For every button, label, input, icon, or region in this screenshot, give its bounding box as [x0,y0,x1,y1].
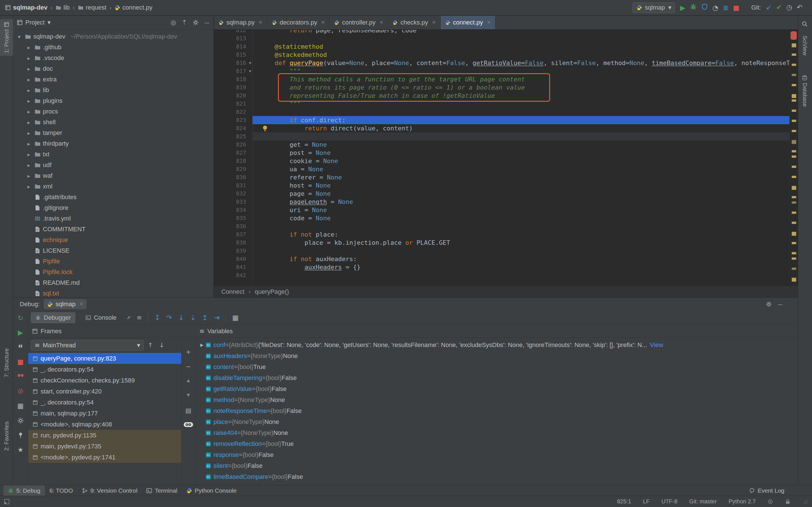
chevron-icon[interactable]: ▸ [26,109,32,115]
chevron-icon[interactable]: ▸ [26,98,32,104]
chevron-down-icon[interactable]: ▾ [47,19,50,25]
variable-row[interactable]: 01method = {NoneType} None [195,394,798,405]
stop-icon[interactable]: ■ [733,4,740,11]
breakpoints-icon[interactable]: ●● [17,373,24,377]
show-execution-point-icon[interactable]: ↧ [154,314,160,321]
tool-window-button[interactable]: Terminal [142,485,182,496]
profiler-icon[interactable]: ◔ [712,4,718,11]
editor-tab[interactable]: connect.py✕ [441,16,496,29]
variable-row[interactable]: 01response = {bool} False [195,449,798,460]
line-separator[interactable]: LF [643,498,650,505]
code-line[interactable]: """ [260,100,301,108]
tool-window-button[interactable]: 5: Debug [3,485,45,496]
tree-item[interactable]: ▸plugins [13,96,213,106]
view-tab-console[interactable]: Console [82,313,121,323]
frame-row[interactable]: checkConnection, checks.py:1589 [28,375,181,386]
commit-icon[interactable]: ✔ [776,4,782,11]
file-encoding[interactable]: UTF-8 [661,498,677,505]
tree-item[interactable]: ▸thirdparty [13,138,213,149]
breadcrumb-item[interactable]: lib [56,4,70,11]
git-branch[interactable]: Git: master [689,498,717,505]
tree-item[interactable]: COMMITMENT [13,224,213,235]
code-line[interactable]: This method calls a function to get the … [260,75,525,83]
bulb-icon[interactable] [261,125,269,132]
hide-icon[interactable]: — [204,20,209,25]
breadcrumb-item[interactable]: request [78,4,106,11]
view-link[interactable]: View [650,341,663,349]
code-line[interactable]: @staticmethod [260,43,323,51]
chevron-icon[interactable]: ▸ [26,152,32,158]
code-line[interactable]: get = None [260,140,327,149]
run-to-cursor-icon[interactable]: ⇥ [214,314,220,321]
editor-tab[interactable]: decorators.py✕ [267,16,330,29]
tree-item[interactable]: .travis.yml [13,213,213,224]
run-icon[interactable]: ▶ [680,4,685,11]
tree-item[interactable]: Pipfile.lock [13,267,213,277]
chevron-icon[interactable]: ▾ [16,34,22,40]
variable-row[interactable]: 01silent = {bool} False [195,460,798,471]
resume-icon[interactable]: ▶ [18,329,23,336]
variable-row[interactable]: 01removeReflection = {bool} True [195,438,798,449]
event-log-button[interactable]: Event Log [745,487,789,494]
close-icon[interactable]: ✕ [259,20,262,25]
editor-tab[interactable]: sqlmap.py✕ [214,16,267,29]
editor-tab[interactable]: checks.py✕ [388,16,441,29]
code-line[interactable]: return direct(value, content) [260,124,413,132]
code-editor[interactable]: 812813814815816▾817▾81881982082182282382… [214,30,798,286]
tool-window-button[interactable]: Python Console [182,485,241,496]
update-project-icon[interactable]: ↙ [766,4,772,11]
thread-select[interactable]: ≡ MainThread ▾ [31,340,144,351]
tree-item[interactable]: LICENSE [13,245,213,256]
favorites-icon[interactable]: ★ [17,446,24,453]
caret-position[interactable]: 825:1 [617,498,631,505]
tree-item[interactable]: ▸udf [13,160,213,170]
tool-button-structure[interactable]: 7: Structure [0,348,13,377]
rerun-icon[interactable]: ↻ [17,315,23,321]
lock-icon[interactable] [785,499,791,504]
restore-layout-icon[interactable]: ▦ [17,402,24,409]
code-line[interactable]: """ [260,67,301,75]
step-into-icon[interactable]: ↓ [178,314,184,321]
code-line[interactable]: post = None [260,149,331,157]
tree-item[interactable]: ▾sqlmap-dev~/Person/Application/SQLI/sql… [13,31,213,42]
chevron-icon[interactable]: ▸ [26,184,32,189]
code-line[interactable]: pageLength = None [260,198,353,206]
code-line[interactable]: if conf.direct: [260,116,346,124]
debug-run-icon[interactable] [690,3,697,10]
breadcrumb-item[interactable]: sqlmap-dev [5,4,47,11]
code-line[interactable]: referer = None [260,173,342,181]
tool-window-button[interactable]: 9: Version Control [78,485,142,496]
chevron-icon[interactable]: ▸ [26,119,32,125]
tree-item[interactable]: ▸xml [13,181,213,192]
copy-stack-icon[interactable]: ▤ [186,407,192,414]
tool-button-favorites[interactable]: 2: Favorites [0,421,13,451]
chevron-icon[interactable]: ▸ [26,87,32,93]
tree-item[interactable]: ▸.github [13,42,213,53]
tree-item[interactable]: .gitignore [13,203,213,213]
tool-button-sciview[interactable]: SciView [798,36,811,55]
view-tab-debugger[interactable]: Debugger [31,313,75,323]
scroll-down-icon[interactable]: ▼ [187,393,190,397]
lock-icon[interactable] [785,499,791,504]
search-everywhere-button[interactable] [798,21,811,27]
close-icon[interactable]: ✕ [487,20,491,25]
tree-item[interactable]: ▸.vscode [13,53,213,63]
rollback-icon[interactable]: ↶ [797,4,802,11]
tree-item[interactable]: Pipfile [13,256,213,267]
frame-row[interactable]: <module>, pydevd.py:1741 [28,452,181,463]
tool-window-toggle-icon[interactable] [4,499,10,504]
pause-icon[interactable]: ▮▮ [18,344,22,348]
frame-row[interactable]: _, decorators.py:54 [28,364,181,375]
tree-item[interactable]: ▸shell [13,117,213,128]
frame-row[interactable]: main, pydevd.py:1735 [28,441,181,452]
locate-icon[interactable]: ◎ [170,19,176,25]
close-icon[interactable]: ✕ [379,20,383,25]
tree-item[interactable]: sql.txt [13,288,213,297]
run-configuration-select[interactable]: sqlmap ▾ [633,3,675,13]
variable-row[interactable]: 01noteResponseTime = {bool} False [195,405,798,416]
variable-row[interactable]: 01disableTampering = {bool} False [195,372,798,383]
close-icon[interactable]: ✕ [80,302,83,306]
code-line[interactable]: code = None [260,214,331,222]
chevron-icon[interactable]: ▸ [26,173,32,179]
breadcrumb-class[interactable]: Connect [221,288,245,295]
